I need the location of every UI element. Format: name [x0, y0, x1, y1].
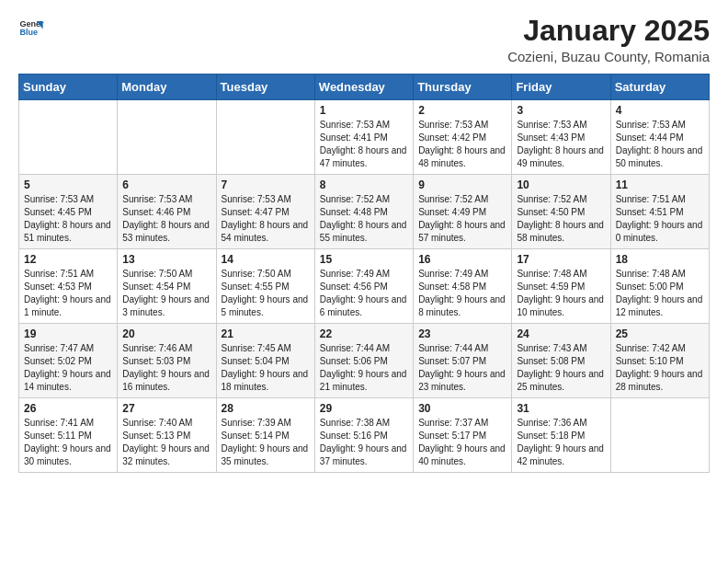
day-number: 2: [418, 104, 506, 117]
calendar-cell: 12Sunrise: 7:51 AM Sunset: 4:53 PM Dayli…: [19, 249, 118, 324]
calendar-cell: 17Sunrise: 7:48 AM Sunset: 4:59 PM Dayli…: [512, 249, 610, 324]
day-info: Sunrise: 7:44 AM Sunset: 5:07 PM Dayligh…: [418, 342, 506, 394]
calendar-cell: 15Sunrise: 7:49 AM Sunset: 4:56 PM Dayli…: [314, 249, 413, 324]
day-info: Sunrise: 7:40 AM Sunset: 5:13 PM Dayligh…: [122, 417, 210, 468]
day-number: 9: [418, 178, 506, 191]
day-number: 31: [517, 402, 605, 415]
day-number: 20: [122, 327, 210, 340]
day-number: 17: [517, 253, 605, 266]
location: Cozieni, Buzau County, Romania: [507, 49, 710, 64]
weekday-header-monday: Monday: [118, 75, 216, 100]
day-info: Sunrise: 7:47 AM Sunset: 5:02 PM Dayligh…: [24, 342, 112, 394]
calendar-cell: 11Sunrise: 7:51 AM Sunset: 4:51 PM Dayli…: [610, 175, 709, 249]
calendar-cell: 10Sunrise: 7:52 AM Sunset: 4:50 PM Dayli…: [512, 175, 610, 249]
day-number: 10: [517, 178, 605, 191]
calendar-cell: 19Sunrise: 7:47 AM Sunset: 5:02 PM Dayli…: [19, 324, 118, 398]
day-number: 26: [24, 402, 112, 415]
calendar-week-row: 5Sunrise: 7:53 AM Sunset: 4:45 PM Daylig…: [19, 175, 710, 249]
day-info: Sunrise: 7:53 AM Sunset: 4:45 PM Dayligh…: [24, 193, 112, 245]
day-info: Sunrise: 7:52 AM Sunset: 4:50 PM Dayligh…: [517, 193, 605, 245]
day-info: Sunrise: 7:51 AM Sunset: 4:51 PM Dayligh…: [616, 193, 704, 245]
day-info: Sunrise: 7:53 AM Sunset: 4:41 PM Dayligh…: [320, 119, 408, 170]
calendar-cell: 21Sunrise: 7:45 AM Sunset: 5:04 PM Dayli…: [216, 324, 314, 398]
calendar: SundayMondayTuesdayWednesdayThursdayFrid…: [18, 74, 710, 473]
page-header: General Blue January 2025 Cozieni, Buzau…: [18, 15, 710, 64]
calendar-week-row: 12Sunrise: 7:51 AM Sunset: 4:53 PM Dayli…: [19, 249, 710, 324]
calendar-cell: 24Sunrise: 7:43 AM Sunset: 5:08 PM Dayli…: [512, 324, 610, 398]
day-info: Sunrise: 7:48 AM Sunset: 4:59 PM Dayligh…: [517, 268, 605, 319]
weekday-header-thursday: Thursday: [414, 75, 512, 100]
day-number: 15: [320, 253, 408, 266]
day-info: Sunrise: 7:45 AM Sunset: 5:04 PM Dayligh…: [222, 342, 310, 394]
calendar-cell: 7Sunrise: 7:53 AM Sunset: 4:47 PM Daylig…: [216, 175, 314, 249]
day-number: 21: [222, 327, 310, 340]
day-number: 23: [418, 327, 506, 340]
calendar-cell: [216, 100, 314, 175]
day-number: 30: [418, 402, 506, 415]
calendar-cell: 31Sunrise: 7:36 AM Sunset: 5:18 PM Dayli…: [512, 398, 610, 473]
calendar-cell: 16Sunrise: 7:49 AM Sunset: 4:58 PM Dayli…: [414, 249, 512, 324]
title-block: January 2025 Cozieni, Buzau County, Roma…: [507, 15, 710, 64]
calendar-cell: 29Sunrise: 7:38 AM Sunset: 5:16 PM Dayli…: [314, 398, 413, 473]
calendar-cell: 25Sunrise: 7:42 AM Sunset: 5:10 PM Dayli…: [610, 324, 709, 398]
day-info: Sunrise: 7:49 AM Sunset: 4:58 PM Dayligh…: [418, 268, 506, 319]
day-info: Sunrise: 7:53 AM Sunset: 4:46 PM Dayligh…: [122, 193, 210, 245]
day-info: Sunrise: 7:46 AM Sunset: 5:03 PM Dayligh…: [122, 342, 210, 394]
day-number: 16: [418, 253, 506, 266]
calendar-cell: 26Sunrise: 7:41 AM Sunset: 5:11 PM Dayli…: [19, 398, 118, 473]
day-number: 4: [616, 104, 704, 117]
calendar-week-row: 26Sunrise: 7:41 AM Sunset: 5:11 PM Dayli…: [19, 398, 710, 473]
day-info: Sunrise: 7:49 AM Sunset: 4:56 PM Dayligh…: [320, 268, 408, 319]
calendar-cell: 27Sunrise: 7:40 AM Sunset: 5:13 PM Dayli…: [118, 398, 216, 473]
day-info: Sunrise: 7:52 AM Sunset: 4:48 PM Dayligh…: [320, 193, 408, 245]
svg-text:Blue: Blue: [19, 28, 38, 37]
calendar-cell: 23Sunrise: 7:44 AM Sunset: 5:07 PM Dayli…: [414, 324, 512, 398]
day-number: 19: [24, 327, 112, 340]
calendar-header-row: SundayMondayTuesdayWednesdayThursdayFrid…: [19, 75, 710, 100]
day-number: 27: [122, 402, 210, 415]
weekday-header-friday: Friday: [512, 75, 610, 100]
day-info: Sunrise: 7:44 AM Sunset: 5:06 PM Dayligh…: [320, 342, 408, 394]
day-number: 13: [122, 253, 210, 266]
day-info: Sunrise: 7:50 AM Sunset: 4:54 PM Dayligh…: [122, 268, 210, 319]
day-info: Sunrise: 7:37 AM Sunset: 5:17 PM Dayligh…: [418, 417, 506, 468]
weekday-header-tuesday: Tuesday: [216, 75, 314, 100]
calendar-cell: [610, 398, 709, 473]
calendar-cell: 4Sunrise: 7:53 AM Sunset: 4:44 PM Daylig…: [610, 100, 709, 175]
calendar-cell: 6Sunrise: 7:53 AM Sunset: 4:46 PM Daylig…: [118, 175, 216, 249]
calendar-cell: 1Sunrise: 7:53 AM Sunset: 4:41 PM Daylig…: [314, 100, 413, 175]
day-info: Sunrise: 7:53 AM Sunset: 4:42 PM Dayligh…: [418, 119, 506, 170]
calendar-cell: 28Sunrise: 7:39 AM Sunset: 5:14 PM Dayli…: [216, 398, 314, 473]
day-info: Sunrise: 7:53 AM Sunset: 4:43 PM Dayligh…: [517, 119, 605, 170]
calendar-week-row: 19Sunrise: 7:47 AM Sunset: 5:02 PM Dayli…: [19, 324, 710, 398]
calendar-week-row: 1Sunrise: 7:53 AM Sunset: 4:41 PM Daylig…: [19, 100, 710, 175]
day-info: Sunrise: 7:51 AM Sunset: 4:53 PM Dayligh…: [24, 268, 112, 319]
calendar-cell: [118, 100, 216, 175]
calendar-cell: 14Sunrise: 7:50 AM Sunset: 4:55 PM Dayli…: [216, 249, 314, 324]
day-info: Sunrise: 7:38 AM Sunset: 5:16 PM Dayligh…: [320, 417, 408, 468]
day-number: 3: [517, 104, 605, 117]
day-info: Sunrise: 7:53 AM Sunset: 4:47 PM Dayligh…: [222, 193, 310, 245]
day-info: Sunrise: 7:39 AM Sunset: 5:14 PM Dayligh…: [222, 417, 310, 468]
calendar-cell: 22Sunrise: 7:44 AM Sunset: 5:06 PM Dayli…: [314, 324, 413, 398]
day-number: 1: [320, 104, 408, 117]
day-number: 12: [24, 253, 112, 266]
calendar-cell: 13Sunrise: 7:50 AM Sunset: 4:54 PM Dayli…: [118, 249, 216, 324]
calendar-cell: 18Sunrise: 7:48 AM Sunset: 5:00 PM Dayli…: [610, 249, 709, 324]
calendar-cell: 9Sunrise: 7:52 AM Sunset: 4:49 PM Daylig…: [414, 175, 512, 249]
calendar-cell: [19, 100, 118, 175]
month-title: January 2025: [507, 15, 710, 47]
day-number: 18: [616, 253, 704, 266]
day-number: 5: [24, 178, 112, 191]
weekday-header-saturday: Saturday: [610, 75, 709, 100]
day-info: Sunrise: 7:48 AM Sunset: 5:00 PM Dayligh…: [616, 268, 704, 319]
day-info: Sunrise: 7:50 AM Sunset: 4:55 PM Dayligh…: [222, 268, 310, 319]
calendar-cell: 8Sunrise: 7:52 AM Sunset: 4:48 PM Daylig…: [314, 175, 413, 249]
calendar-cell: 2Sunrise: 7:53 AM Sunset: 4:42 PM Daylig…: [414, 100, 512, 175]
day-number: 22: [320, 327, 408, 340]
day-info: Sunrise: 7:42 AM Sunset: 5:10 PM Dayligh…: [616, 342, 704, 394]
calendar-cell: 3Sunrise: 7:53 AM Sunset: 4:43 PM Daylig…: [512, 100, 610, 175]
day-info: Sunrise: 7:43 AM Sunset: 5:08 PM Dayligh…: [517, 342, 605, 394]
day-info: Sunrise: 7:52 AM Sunset: 4:49 PM Dayligh…: [418, 193, 506, 245]
day-number: 7: [222, 178, 310, 191]
